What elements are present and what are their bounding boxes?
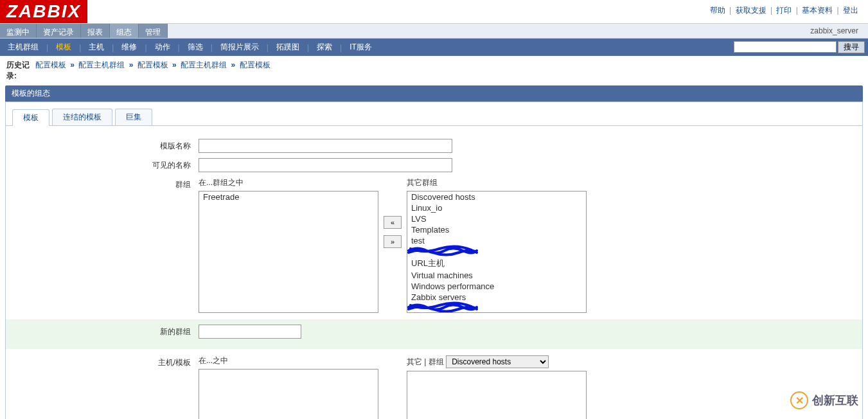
inner-tab-linked[interactable]: 连结的模板 xyxy=(52,109,112,125)
row-groups: 群组 在...群组之中 Freetrade « » xyxy=(31,177,837,313)
other-groups-label: 其它群组 xyxy=(407,177,587,188)
inner-tab-macros[interactable]: 巨集 xyxy=(115,109,152,125)
list-item[interactable]: xxxxxxxx xyxy=(407,303,586,313)
print-link[interactable]: 打印 xyxy=(776,6,792,15)
form-area: 模版名称 可见的名称 群组 在...群组之中 Freetrade xyxy=(6,126,862,419)
subnav-hosts[interactable]: 主机 xyxy=(81,39,112,56)
bc-item[interactable]: 配置模板 xyxy=(137,60,168,69)
content: 模板的组态 模板 连结的模板 巨集 模版名称 可见的名称 群组 xyxy=(0,85,868,419)
subnav-slideshow[interactable]: 简报片展示 xyxy=(213,39,267,56)
move-right-button[interactable]: » xyxy=(384,235,402,248)
search-box: 搜寻 xyxy=(731,40,868,55)
list-item[interactable]: LVS xyxy=(407,213,586,224)
sub-nav: 主机群组| 模板| 主机| 维修| 动作| 筛选| 简报片展示| 拓蹼图| 探索… xyxy=(0,39,868,56)
list-item[interactable]: Linux_io xyxy=(407,202,586,213)
in-label: 在...之中 xyxy=(199,355,378,366)
server-name: zabbix_server xyxy=(810,26,858,35)
tab-monitoring[interactable]: 监测中 xyxy=(0,24,37,38)
main-tabs: 监测中 资产记录 报表 组态 管理 xyxy=(0,24,168,38)
in-group-label: 在...群组之中 xyxy=(199,177,378,188)
support-link[interactable]: 获取支援 xyxy=(736,6,766,15)
bc-item[interactable]: 配置主机群组 xyxy=(181,60,227,69)
row-template-name: 模版名称 xyxy=(31,139,837,153)
new-group-label: 新的群组 xyxy=(31,325,199,337)
right-hosts-list[interactable] xyxy=(407,371,587,419)
row-hosts-templates: 主机/模板 在...之中 « 其它 | 群组 xyxy=(31,355,837,419)
dual-list-hosts: 在...之中 « 其它 | 群组 Discovered hosts xyxy=(199,355,587,419)
search-button[interactable]: 搜寻 xyxy=(838,41,865,53)
groups-label: 群组 xyxy=(31,177,199,190)
subnav-maintenance[interactable]: 维修 xyxy=(114,39,145,56)
watermark-icon: ✕ xyxy=(790,391,808,409)
bc-item[interactable]: 配置主机群组 xyxy=(78,60,125,69)
help-link[interactable]: 帮助 xyxy=(710,6,725,15)
tab-reports[interactable]: 报表 xyxy=(81,24,110,38)
subnav-hostgroups[interactable]: 主机群组 xyxy=(0,39,46,56)
logo: ZABBIX xyxy=(0,0,87,23)
panel-body: 模板 连结的模板 巨集 模版名称 可见的名称 群组 在...群组之中 xyxy=(5,102,863,419)
breadcrumb-label: 历史记录: xyxy=(6,60,35,82)
right-groups-list[interactable]: Discovered hostsLinux_ioLVSTemplatestest… xyxy=(407,191,587,313)
watermark: ✕ 创新互联 xyxy=(790,391,858,409)
bc-item[interactable]: 配置模板 xyxy=(240,60,270,69)
list-item[interactable]: URL主机 xyxy=(407,257,586,270)
top-links: 帮助 | 获取支援 | 打印 | 基本资料 | 登出 xyxy=(700,0,868,21)
template-name-input[interactable] xyxy=(199,139,452,153)
subnav-discovery[interactable]: 探索 xyxy=(309,39,340,56)
subnav-itservices[interactable]: IT服务 xyxy=(342,39,380,56)
other-group-dropdown-label: 其它 | 群组 Discovered hosts xyxy=(407,355,587,368)
row-visible-name: 可见的名称 xyxy=(31,158,837,172)
dual-list-groups: 在...群组之中 Freetrade « » 其它群组 Discovered h… xyxy=(199,177,587,313)
subnav-templates[interactable]: 模板 xyxy=(48,39,79,56)
list-item[interactable]: xxxxxxxx xyxy=(407,246,586,257)
visible-name-label: 可见的名称 xyxy=(31,158,199,171)
new-group-input[interactable] xyxy=(199,325,301,339)
tab-administration[interactable]: 管理 xyxy=(139,24,168,38)
breadcrumb: 历史记录: 配置模板 » 配置主机群组 » 配置模板 » 配置主机群组 » 配置… xyxy=(0,56,868,85)
panel-header: 模板的组态 xyxy=(5,85,863,102)
subnav-actions[interactable]: 动作 xyxy=(147,39,178,56)
breadcrumb-items: 配置模板 » 配置主机群组 » 配置模板 » 配置主机群组 » 配置模板 xyxy=(35,60,270,82)
tab-configuration[interactable]: 组态 xyxy=(110,24,139,38)
other-group-dropdown[interactable]: Discovered hosts xyxy=(446,355,549,368)
server-row: 监测中 资产记录 报表 组态 管理 zabbix_server xyxy=(0,24,868,39)
move-buttons: « » xyxy=(384,177,402,248)
left-groups-list[interactable]: Freetrade xyxy=(199,191,378,313)
template-name-label: 模版名称 xyxy=(31,139,199,152)
watermark-text: 创新互联 xyxy=(812,393,858,408)
visible-name-input[interactable] xyxy=(199,158,452,172)
logout-link[interactable]: 登出 xyxy=(843,6,858,15)
left-hosts-list[interactable] xyxy=(199,369,378,419)
tab-inventory[interactable]: 资产记录 xyxy=(37,24,81,38)
list-item[interactable]: Discovered hosts xyxy=(407,192,586,202)
list-item[interactable]: Templates xyxy=(407,224,586,235)
inner-tab-template[interactable]: 模板 xyxy=(12,109,49,126)
inner-tabs: 模板 连结的模板 巨集 xyxy=(6,102,862,126)
hosts-templates-label: 主机/模板 xyxy=(31,355,199,368)
move-left-button[interactable]: « xyxy=(384,216,402,229)
subnav-filter[interactable]: 筛选 xyxy=(180,39,211,56)
top-header: ZABBIX 帮助 | 获取支援 | 打印 | 基本资料 | 登出 xyxy=(0,0,868,24)
subnav-topology[interactable]: 拓蹼图 xyxy=(269,39,307,56)
search-input[interactable] xyxy=(734,41,837,53)
row-new-group: 新的群组 xyxy=(6,319,862,349)
list-item[interactable]: Windows performance xyxy=(407,281,586,292)
list-item[interactable]: Virtual machines xyxy=(407,270,586,281)
bc-item[interactable]: 配置模板 xyxy=(35,60,66,69)
list-item[interactable]: Freetrade xyxy=(199,192,378,202)
profile-link[interactable]: 基本资料 xyxy=(802,6,833,15)
